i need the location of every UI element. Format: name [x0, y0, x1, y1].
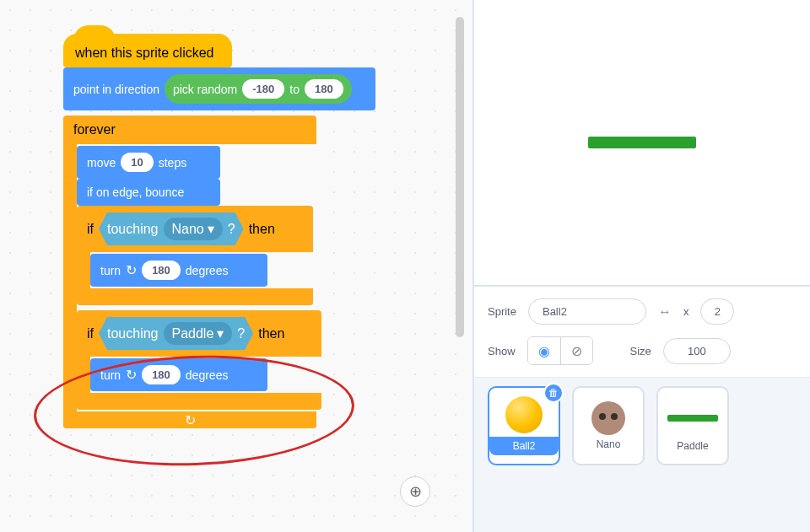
- forever-loop-arrow: ↻: [63, 411, 316, 428]
- chevron-down-icon: ▾: [208, 221, 214, 237]
- block-label: turn: [100, 264, 121, 277]
- visibility-toggle: ◉ ⊘: [527, 336, 593, 365]
- sprite-tile-label: Paddle: [677, 440, 708, 452]
- turn-degrees-block-2[interactable]: turn ↻ 180 degrees: [90, 358, 267, 391]
- turn-value-1[interactable]: 180: [142, 261, 181, 280]
- turn-degrees-block-1[interactable]: turn ↻ 180 degrees: [90, 254, 267, 287]
- if-touching-paddle-block[interactable]: if touching Paddle ▾ ? then: [77, 310, 321, 410]
- sprite-list: 🗑 Ball2 Nano Paddle: [474, 378, 810, 532]
- sprite-tile-label: Ball2: [489, 437, 559, 455]
- block-label: to: [289, 83, 300, 96]
- block-label: touching: [107, 326, 159, 341]
- block-label: then: [258, 326, 284, 341]
- sprite-tile-paddle[interactable]: Paddle: [656, 386, 729, 465]
- point-in-direction-block[interactable]: point in direction pick random -180 to 1…: [63, 67, 375, 110]
- eye-off-icon: ⊘: [571, 343, 582, 359]
- move-steps-block[interactable]: move 10 steps: [77, 146, 220, 179]
- double-arrow-icon: ↔: [658, 304, 672, 320]
- paddle-thumbnail: [667, 415, 718, 422]
- block-label: if: [87, 326, 94, 341]
- chevron-down-icon: ▾: [217, 325, 224, 341]
- size-label: Size: [630, 345, 651, 357]
- random-from-input[interactable]: -180: [242, 79, 284, 99]
- random-to-input[interactable]: 180: [305, 79, 343, 99]
- eye-icon: ◉: [538, 343, 550, 359]
- block-label: ?: [237, 326, 245, 341]
- nano-thumbnail: [591, 401, 625, 435]
- block-label: degrees: [186, 264, 229, 277]
- dropdown-value: Paddle: [172, 326, 214, 341]
- if-on-edge-bounce-block[interactable]: if on edge, bounce: [77, 179, 220, 206]
- move-steps-input[interactable]: 10: [121, 153, 153, 172]
- trash-icon: 🗑: [548, 387, 559, 399]
- block-label: point in direction: [73, 83, 159, 96]
- touching-dropdown-paddle[interactable]: Paddle ▾: [164, 322, 233, 345]
- block-stack[interactable]: when this sprite clicked point in direct…: [63, 34, 384, 428]
- touching-paddle-condition[interactable]: touching Paddle ▾ ?: [99, 317, 253, 350]
- scrollbar[interactable]: [456, 17, 464, 337]
- block-label: ?: [228, 222, 235, 237]
- sprite-tile-ball2[interactable]: 🗑 Ball2: [488, 386, 560, 465]
- block-label: when this sprite clicked: [75, 46, 214, 60]
- sprite-tile-label: Nano: [597, 438, 621, 450]
- scripts-area[interactable]: when this sprite clicked point in direct…: [0, 0, 472, 532]
- rotate-cw-icon: ↻: [126, 262, 137, 278]
- block-label: if: [87, 222, 94, 237]
- sprite-name-input[interactable]: Ball2: [528, 298, 646, 325]
- x-label: x: [683, 305, 689, 318]
- delete-sprite-button[interactable]: 🗑: [543, 383, 564, 403]
- dropdown-value: Nano: [172, 222, 204, 237]
- block-label: move: [87, 156, 116, 169]
- touching-nano-condition[interactable]: touching Nano ▾ ?: [99, 212, 244, 245]
- block-label: pick random: [173, 83, 237, 96]
- turn-value-2[interactable]: 180: [142, 365, 181, 384]
- show-button[interactable]: ◉: [528, 337, 560, 364]
- ball-thumbnail: [505, 396, 543, 433]
- sprite-name-label: Sprite: [488, 305, 516, 318]
- block-label: steps: [159, 156, 186, 169]
- size-input[interactable]: 100: [663, 338, 731, 364]
- sprite-info-panel: Sprite Ball2 ↔ x 2 Show ◉ ⊘ Size 100: [474, 287, 810, 378]
- block-label: if on edge, bounce: [87, 185, 184, 199]
- pick-random-operator[interactable]: pick random -180 to 180: [165, 74, 352, 104]
- touching-dropdown-nano[interactable]: Nano ▾: [164, 218, 223, 240]
- rotate-cw-icon: ↻: [126, 367, 137, 383]
- zoom-in-button[interactable]: ⊕: [400, 476, 430, 507]
- hide-button[interactable]: ⊘: [560, 337, 592, 364]
- if-touching-nano-block[interactable]: if touching Nano ▾ ? then: [77, 206, 313, 305]
- sprite-tile-nano[interactable]: Nano: [572, 386, 645, 465]
- when-sprite-clicked-block[interactable]: when this sprite clicked: [63, 34, 232, 67]
- paddle-sprite-on-stage[interactable]: [588, 137, 696, 148]
- zoom-icon: ⊕: [409, 482, 422, 501]
- block-label: turn: [100, 368, 121, 382]
- block-label: forever: [73, 122, 116, 137]
- block-label: degrees: [186, 368, 229, 382]
- block-label: touching: [107, 222, 159, 237]
- block-label: then: [249, 222, 275, 237]
- x-input[interactable]: 2: [700, 298, 734, 325]
- show-label: Show: [488, 345, 516, 357]
- forever-block[interactable]: forever move 10 steps if on edge, bounce: [63, 116, 316, 428]
- stage-area[interactable]: [474, 0, 810, 287]
